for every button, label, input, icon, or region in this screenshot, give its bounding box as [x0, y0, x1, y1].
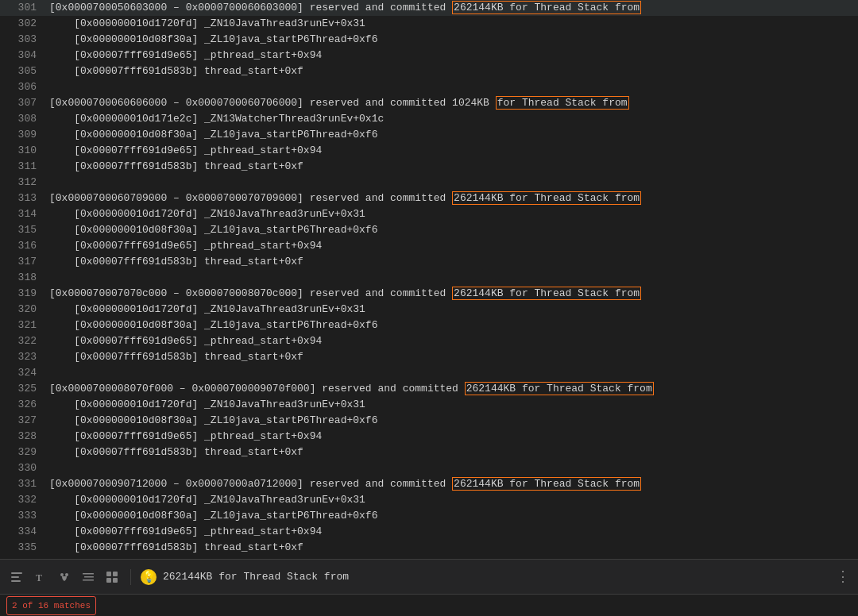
code-line: 317 [0x00007fff691d583b] thread_start+0x… [0, 254, 858, 270]
svg-rect-7 [84, 576, 94, 578]
grid-view-icon[interactable] [103, 568, 121, 586]
empty-line: 306 [0, 79, 858, 95]
code-line: 313[0x0000700060709000 – 0x0000700070709… [0, 191, 858, 206]
search-result-text: 262144KB for Thread Stack from [163, 569, 829, 585]
code-line: 307[0x0000700060606000 – 0x0000700060706… [0, 95, 858, 111]
code-line: 323 [0x00007fff691d583b] thread_start+0x… [0, 349, 858, 365]
line-content: [0x000000010d08f30a] _ZL10java_startP6Th… [49, 508, 377, 524]
line-content: [0x00007fff691d583b] thread_start+0xf [49, 64, 303, 79]
empty-line: 330 [0, 460, 858, 476]
code-line: 329 [0x00007fff691d583b] thread_start+0x… [0, 445, 858, 460]
code-line: 335 [0x00007fff691d583b] thread_start+0x… [0, 540, 858, 556]
code-line: 319[0x000070007070c000 – 0x000070008070c… [0, 286, 858, 302]
line-number: 314 [6, 206, 37, 222]
svg-rect-2 [11, 580, 21, 582]
svg-text:T: T [36, 572, 42, 583]
code-viewer: 301[0x0000700050603000 – 0x0000700060603… [0, 0, 858, 559]
text-format-icon[interactable]: T [32, 568, 49, 586]
code-line: 320 [0x000000010d1720fd] _ZN10JavaThread… [0, 302, 858, 318]
line-content: [0x000000010d08f30a] _ZL10java_startP6Th… [49, 318, 377, 333]
highlighted-text: 262144KB for Thread Stack from [452, 287, 641, 300]
line-number: 333 [6, 508, 37, 524]
code-line: 326 [0x000000010d1720fd] _ZN10JavaThread… [0, 397, 858, 413]
code-line: 333 [0x000000010d08f30a] _ZL10java_start… [0, 508, 858, 524]
line-number: 301 [6, 0, 37, 16]
line-number: 310 [6, 143, 37, 159]
toolbar-divider [130, 569, 131, 585]
line-content: [0x00007fff691d9e65] _pthread_start+0x94 [49, 429, 322, 445]
line-content: [0x0000700050603000 – 0x0000700060603000… [49, 0, 641, 16]
line-number: 305 [6, 64, 37, 79]
empty-line: 324 [0, 365, 858, 381]
line-content: [0x000000010d1720fd] _ZN10JavaThread3run… [49, 397, 365, 413]
more-options-icon[interactable]: ⋮ [836, 569, 850, 585]
line-content: [0x00007fff691d9e65] _pthread_start+0x94 [49, 143, 322, 159]
quote-icon[interactable] [56, 568, 73, 586]
line-content: [0x00007fff691d583b] thread_start+0xf [49, 349, 303, 365]
line-content: [0x00007fff691d583b] thread_start+0xf [49, 445, 303, 460]
line-number: 327 [6, 413, 37, 429]
highlighted-text: for Thread Stack from [496, 96, 629, 110]
svg-rect-8 [83, 579, 94, 581]
line-number: 303 [6, 32, 37, 48]
highlighted-text: 262144KB for Thread Stack from [452, 191, 641, 205]
line-number: 329 [6, 445, 37, 460]
code-line: 309 [0x000000010d08f30a] _ZL10java_start… [0, 127, 858, 143]
svg-rect-9 [106, 572, 111, 576]
line-number: 331 [6, 476, 37, 492]
line-content: [0x000000010d1720fd] _ZN10JavaThread3run… [49, 16, 365, 32]
svg-rect-1 [11, 576, 19, 578]
code-line: 316 [0x00007fff691d9e65] _pthread_start+… [0, 238, 858, 254]
line-content: [0x00007fff691d9e65] _pthread_start+0x94 [49, 333, 322, 349]
line-number: 317 [6, 254, 37, 270]
line-number: 325 [6, 381, 37, 397]
svg-rect-6 [83, 573, 94, 575]
line-number: 334 [6, 524, 37, 540]
code-line: 327 [0x000000010d08f30a] _ZL10java_start… [0, 413, 858, 429]
svg-rect-0 [11, 572, 22, 574]
line-content: [0x00007fff691d583b] thread_start+0xf [49, 254, 303, 270]
line-content: [0x000000010d1720fd] _ZN10JavaThread3run… [49, 302, 365, 318]
line-content: [0x000070007070c000 – 0x000070008070c000… [49, 286, 641, 302]
code-line: 322 [0x00007fff691d9e65] _pthread_start+… [0, 333, 858, 349]
status-bar: 2 of 16 matches [0, 594, 858, 616]
sun-icon[interactable]: 💡 [141, 569, 157, 585]
line-number: 307 [6, 95, 37, 111]
line-number: 304 [6, 48, 37, 64]
line-number: 313 [6, 191, 37, 206]
line-content: [0x000000010d171e2c] _ZN13WatcherThread3… [49, 111, 384, 127]
bottom-toolbar: T 💡 262144KB for Thread Stack from ⋮ [0, 559, 858, 594]
line-content: [0x0000700008070f000 – 0x0000700009070f0… [49, 381, 654, 397]
line-number: 323 [6, 349, 37, 365]
svg-point-4 [60, 573, 64, 576]
line-content: [0x0000700060709000 – 0x0000700070709000… [49, 191, 641, 206]
highlighted-text: 262144KB for Thread Stack from [452, 477, 641, 491]
line-content: [0x00007fff691d9e65] _pthread_start+0x94 [49, 238, 322, 254]
line-number: 328 [6, 429, 37, 445]
code-line: 314 [0x000000010d1720fd] _ZN10JavaThread… [0, 206, 858, 222]
line-content: [0x000000010d1720fd] _ZN10JavaThread3run… [49, 492, 365, 508]
wrap-icon[interactable] [8, 568, 25, 586]
indent-icon[interactable] [79, 568, 97, 586]
line-number: 302 [6, 16, 37, 32]
line-number: 321 [6, 318, 37, 333]
line-content: [0x000000010d08f30a] _ZL10java_startP6Th… [49, 222, 377, 238]
highlighted-text: 262144KB for Thread Stack from [452, 1, 641, 14]
line-content: [0x00007fff691d583b] thread_start+0xf [49, 159, 303, 175]
svg-rect-11 [106, 578, 111, 583]
line-number: 326 [6, 397, 37, 413]
code-line: 334 [0x00007fff691d9e65] _pthread_start+… [0, 524, 858, 540]
line-content: [0x000000010d08f30a] _ZL10java_startP6Th… [49, 127, 377, 143]
svg-rect-10 [113, 572, 118, 576]
empty-line: 318 [0, 270, 858, 286]
code-line: 331[0x0000700090712000 – 0x00007000a0712… [0, 476, 858, 492]
svg-rect-12 [113, 578, 118, 583]
code-line: 308 [0x000000010d171e2c] _ZN13WatcherThr… [0, 111, 858, 127]
code-line: 325[0x0000700008070f000 – 0x000070000907… [0, 381, 858, 397]
line-number: 309 [6, 127, 37, 143]
line-content: [0x000000010d08f30a] _ZL10java_startP6Th… [49, 413, 377, 429]
code-line: 321 [0x000000010d08f30a] _ZL10java_start… [0, 318, 858, 333]
code-line: 315 [0x000000010d08f30a] _ZL10java_start… [0, 222, 858, 238]
code-line: 310 [0x00007fff691d9e65] _pthread_start+… [0, 143, 858, 159]
svg-point-5 [65, 573, 68, 576]
